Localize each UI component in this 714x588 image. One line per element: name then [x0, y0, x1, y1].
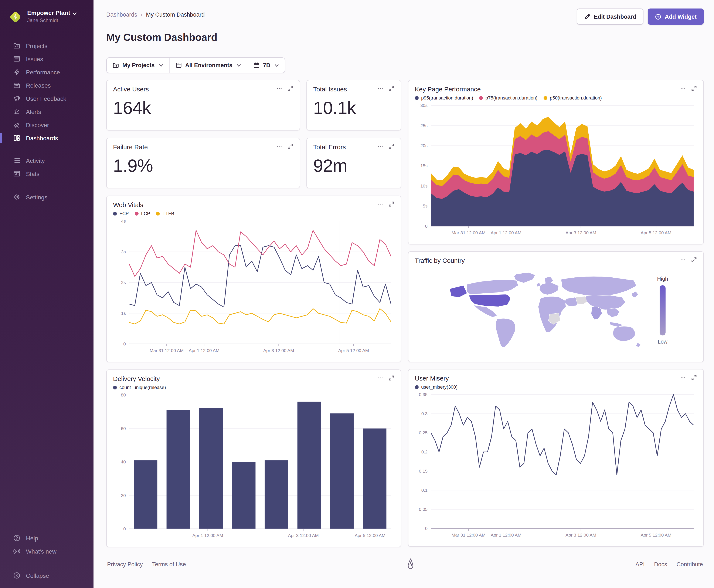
sidebar-item-activity[interactable]: Activity	[0, 154, 93, 167]
sidebar-item-discover[interactable]: Discover	[0, 118, 93, 131]
sidebar-item-projects[interactable]: Projects	[0, 39, 93, 52]
sidebar-item-settings[interactable]: Settings	[0, 190, 93, 204]
topbar: Dashboards › My Custom Dashboard Edit Da…	[106, 8, 704, 25]
chevron-down-icon	[72, 11, 77, 16]
performance-icon	[13, 68, 20, 76]
svg-text:Apr 3 12:00 AM: Apr 3 12:00 AM	[288, 533, 319, 538]
legend-dot	[113, 211, 117, 215]
sidebar-item-releases[interactable]: Releases	[0, 79, 93, 92]
legend-item[interactable]: p50(transaction.duration)	[543, 95, 602, 100]
legend-item[interactable]: p75(transaction.duration)	[479, 95, 538, 100]
org-name: Empower Plant	[27, 9, 70, 17]
sidebar-item-collapse[interactable]: Collapse	[0, 569, 93, 582]
sidebar: Empower Plant Jane Schmidt ProjectsIssue…	[0, 0, 93, 588]
sidebar-item-issues[interactable]: Issues	[0, 52, 93, 65]
org-logo-icon	[8, 9, 23, 25]
expand-icon[interactable]	[388, 375, 394, 381]
sidebar-item-label: Collapse	[26, 572, 49, 579]
org-switcher[interactable]: Empower Plant Jane Schmidt	[0, 6, 93, 28]
more-menu-icon[interactable]	[377, 375, 383, 381]
legend-item[interactable]: count_unique(release)	[113, 385, 166, 390]
legend-item[interactable]: FCP	[113, 211, 129, 216]
more-menu-icon[interactable]	[276, 143, 282, 149]
footer-link-contribute[interactable]: Contribute	[676, 561, 703, 567]
legend-item[interactable]: user_misery(300)	[415, 384, 457, 390]
key-page-performance-chart[interactable]: 05s10s15s20s25s30sMar 31 12:00 AMApr 1 1…	[415, 100, 697, 239]
map-gradient-bar	[659, 285, 666, 335]
more-menu-icon[interactable]	[377, 143, 383, 149]
sidebar-item-help[interactable]: Help	[0, 531, 93, 545]
footer-left-links: Privacy PolicyTerms of Use	[107, 561, 186, 567]
user-misery-chart[interactable]: 00.050.10.150.20.250.30.35Mar 31 12:00 A…	[415, 390, 697, 541]
more-menu-icon[interactable]	[680, 375, 686, 380]
sidebar-item-alerts[interactable]: Alerts	[0, 105, 93, 118]
more-menu-icon[interactable]	[377, 201, 383, 207]
breadcrumb-dashboards-link[interactable]: Dashboards	[106, 11, 137, 18]
svg-text:1s: 1s	[121, 311, 126, 316]
sidebar-item-performance[interactable]: Performance	[0, 65, 93, 79]
legend-item[interactable]: LCP	[135, 211, 150, 216]
more-menu-icon[interactable]	[680, 85, 686, 91]
releases-icon	[13, 82, 20, 89]
legend-dot	[543, 96, 547, 100]
sidebar-item-user-feedback[interactable]: User Feedback	[0, 92, 93, 105]
more-menu-icon[interactable]	[276, 85, 282, 91]
filter-7d[interactable]: 7D	[247, 58, 285, 73]
footer-link-privacy-policy[interactable]: Privacy Policy	[107, 561, 143, 567]
help-icon	[13, 534, 20, 542]
footer-link-terms-of-use[interactable]: Terms of Use	[152, 561, 186, 567]
expand-icon[interactable]	[287, 85, 293, 91]
sidebar-item-label: User Feedback	[26, 95, 66, 102]
projects-icon	[13, 42, 20, 49]
svg-text:0: 0	[123, 526, 126, 531]
widget-web-vitals: Web Vitals FCPLCPTTFB 01s2s3s4sMar 31 12…	[106, 195, 401, 362]
legend-item[interactable]: TTFB	[156, 211, 174, 216]
chart-legend: user_misery(300)	[415, 384, 697, 390]
expand-icon[interactable]	[388, 143, 394, 149]
legend-item[interactable]: p95(transaction.duration)	[415, 95, 473, 100]
svg-text:5s: 5s	[423, 204, 428, 208]
chart-legend: p95(transaction.duration)p75(transaction…	[415, 95, 697, 100]
expand-icon[interactable]	[388, 201, 394, 207]
calendar-icon	[253, 62, 260, 68]
footer-link-docs[interactable]: Docs	[654, 561, 667, 567]
svg-text:Apr 3 12:00 AM: Apr 3 12:00 AM	[565, 532, 596, 538]
svg-text:Mar 31 12:00 AM: Mar 31 12:00 AM	[452, 230, 485, 235]
expand-icon[interactable]	[388, 85, 394, 91]
expand-icon[interactable]	[691, 85, 697, 91]
sidebar-item-label: Releases	[26, 82, 51, 89]
svg-text:0.2: 0.2	[421, 449, 428, 454]
sidebar-item-label: Activity	[26, 157, 45, 164]
discover-icon	[13, 121, 20, 128]
svg-text:Apr 5 12:00 AM: Apr 5 12:00 AM	[641, 532, 671, 538]
expand-icon[interactable]	[691, 257, 697, 263]
pencil-icon	[584, 14, 590, 20]
chevron-down-icon	[237, 63, 241, 67]
widget-title: Web Vitals	[113, 201, 143, 208]
widget-total-issues: Total Issues 10.1k	[306, 80, 401, 130]
edit-dashboard-button[interactable]: Edit Dashboard	[577, 8, 644, 25]
expand-icon[interactable]	[287, 143, 293, 149]
more-menu-icon[interactable]	[680, 257, 686, 263]
sidebar-item-label: Discover	[26, 121, 49, 128]
whats-new-icon	[13, 548, 20, 555]
filter-all-environments[interactable]: All Environments	[169, 58, 247, 73]
add-widget-button[interactable]: Add Widget	[648, 8, 704, 25]
filter-my-projects[interactable]: My Projects	[107, 58, 169, 73]
web-vitals-chart[interactable]: 01s2s3s4sMar 31 12:00 AMApr 1 12:00 AMAp…	[113, 216, 394, 357]
sidebar-item-dashboards[interactable]: Dashboards	[0, 131, 93, 145]
svg-text:0.35: 0.35	[419, 392, 428, 397]
more-menu-icon[interactable]	[377, 85, 383, 91]
expand-icon[interactable]	[691, 375, 697, 380]
footer-link-api[interactable]: API	[635, 561, 645, 567]
svg-text:Apr 1 12:00 AM: Apr 1 12:00 AM	[491, 230, 521, 235]
sidebar-item-label: Stats	[26, 170, 40, 177]
app-root: Empower Plant Jane Schmidt ProjectsIssue…	[0, 0, 714, 588]
dashboards-icon	[13, 134, 20, 142]
sidebar-item-label: Settings	[26, 194, 47, 201]
svg-text:Mar 31 12:00 AM: Mar 31 12:00 AM	[452, 532, 485, 538]
user-name: Jane Schmidt	[27, 17, 77, 24]
sidebar-item-stats[interactable]: Stats	[0, 167, 93, 180]
sidebar-item-what-s-new[interactable]: What's new	[0, 545, 93, 558]
delivery-velocity-chart[interactable]: 020406080Apr 1 12:00 AMApr 3 12:00 AMApr…	[113, 390, 394, 542]
